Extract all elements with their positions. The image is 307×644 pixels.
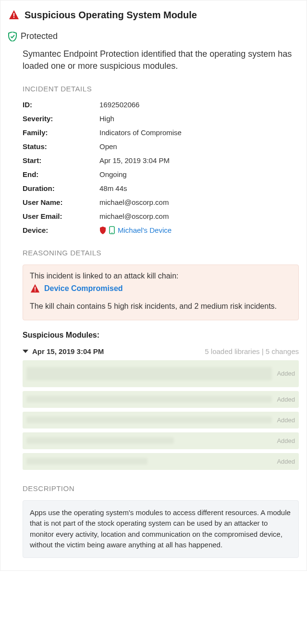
module-item[interactable]: Added <box>23 412 299 429</box>
label-id: ID: <box>23 101 99 109</box>
alert-icon <box>30 283 40 294</box>
label-family: Family: <box>23 128 99 137</box>
shield-check-icon <box>8 32 17 41</box>
module-status: Added <box>277 370 295 377</box>
caret-down-icon <box>23 350 28 353</box>
module-path-redacted <box>26 458 147 465</box>
kill-chain-row: Device Compromised <box>30 283 292 294</box>
modules-timestamp-row[interactable]: Apr 15, 2019 3:04 PM 5 loaded libraries … <box>23 347 299 355</box>
value-useremail: michael@oscorp.com <box>99 212 169 220</box>
value-username[interactable]: michael@oscorp.com <box>99 198 169 206</box>
reasoning-summary: The kill chain contains 5 high risk inci… <box>30 301 292 312</box>
modules-timestamp: Apr 15, 2019 3:04 PM <box>32 347 104 355</box>
label-username: User Name: <box>23 198 99 206</box>
module-item[interactable]: Added <box>23 453 299 470</box>
shield-red-icon <box>99 227 106 234</box>
row-end: End: Ongoing <box>23 170 299 178</box>
protected-status: Protected <box>8 31 299 41</box>
incident-details-header: Incident Details <box>23 85 299 93</box>
module-status: Added <box>277 437 295 444</box>
row-device: Device: Michael's Device <box>23 226 299 234</box>
module-item[interactable]: Added <box>23 391 299 408</box>
module-status: Added <box>277 396 295 403</box>
value-severity: High <box>99 114 114 123</box>
device-link[interactable]: Michael's Device <box>118 226 172 234</box>
label-useremail: User Email: <box>23 212 99 220</box>
reasoning-header: Reasoning Details <box>23 249 299 257</box>
row-severity: Severity: High <box>23 114 299 123</box>
label-device: Device: <box>23 226 99 234</box>
row-username: User Name: michael@oscorp.com <box>23 198 299 206</box>
page-title: Suspicious Operating System Module <box>25 10 197 21</box>
reasoning-box: This incident is linked to an attack kil… <box>23 265 299 320</box>
value-device-wrap: Michael's Device <box>99 226 172 234</box>
row-useremail: User Email: michael@oscorp.com <box>23 212 299 220</box>
incident-panel: Suspicious Operating System Module Prote… <box>0 0 307 571</box>
value-duration: 48m 44s <box>99 184 127 192</box>
suspicious-modules-title: Suspicious Modules: <box>23 331 299 340</box>
header-row: Suspicious Operating System Module <box>8 9 299 21</box>
label-status: Status: <box>23 142 99 151</box>
module-item[interactable]: Added <box>23 432 299 449</box>
row-family: Family: Indicators of Compromise <box>23 128 299 137</box>
module-path-redacted <box>26 437 174 444</box>
value-family: Indicators of Compromise <box>99 128 182 137</box>
svg-rect-1 <box>13 13 14 16</box>
description-box: Apps use the operating system's modules … <box>23 500 299 558</box>
modules-list: Added Added Added Added Added <box>23 360 299 470</box>
value-id: 1692502066 <box>99 101 139 109</box>
module-path-redacted <box>26 367 272 380</box>
module-path-redacted <box>26 396 272 403</box>
description-header: Description <box>23 484 299 492</box>
alert-icon <box>8 9 20 21</box>
module-item[interactable]: Added <box>23 360 299 387</box>
module-path-redacted <box>26 417 272 423</box>
reasoning-intro: This incident is linked to an attack kil… <box>30 272 292 280</box>
row-start: Start: Apr 15, 2019 3:04 PM <box>23 156 299 164</box>
svg-rect-2 <box>13 17 14 18</box>
row-id: ID: 1692502066 <box>23 101 299 109</box>
module-status: Added <box>277 458 295 465</box>
value-start: Apr 15, 2019 3:04 PM <box>99 156 170 164</box>
value-status: Open <box>99 142 117 151</box>
summary-text: Symantec Endpoint Protection identified … <box>23 48 299 72</box>
row-status: Status: Open <box>23 142 299 151</box>
svg-rect-7 <box>35 290 36 291</box>
label-end: End: <box>23 170 99 178</box>
label-duration: Duration: <box>23 184 99 192</box>
label-start: Start: <box>23 156 99 164</box>
phone-green-icon <box>109 226 115 234</box>
svg-point-4 <box>111 232 112 233</box>
row-duration: Duration: 48m 44s <box>23 184 299 192</box>
label-severity: Severity: <box>23 114 99 123</box>
value-end: Ongoing <box>99 170 127 178</box>
svg-rect-6 <box>35 287 36 290</box>
modules-meta: 5 loaded libraries | 5 changes <box>205 347 299 355</box>
protected-label: Protected <box>21 31 58 41</box>
module-status: Added <box>277 417 295 424</box>
device-compromised-link[interactable]: Device Compromised <box>44 284 123 293</box>
